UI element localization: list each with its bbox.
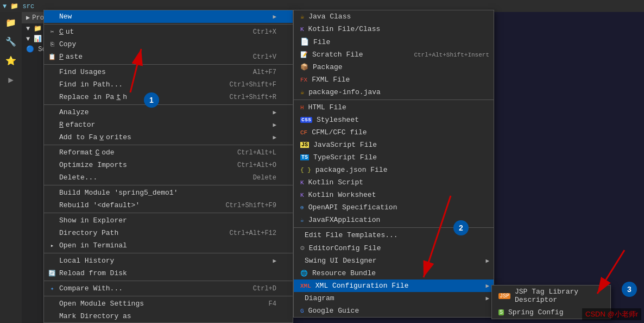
swing-label: Swing UI Designer xyxy=(305,257,377,265)
submenu-item-guice[interactable]: G Google Guice xyxy=(294,305,494,317)
separator-7 xyxy=(44,253,293,253)
submenu-item-json[interactable]: { } package.json File xyxy=(294,164,494,176)
menu-item-module-settings[interactable]: Open Module Settings F4 xyxy=(44,297,293,310)
json-icon: { } xyxy=(300,167,311,173)
menu-item-mark-directory[interactable]: Mark Directory as xyxy=(44,310,293,322)
annotation-3: 3 xyxy=(622,282,637,297)
cut-shortcut: Ctrl+X xyxy=(253,28,276,36)
submenu-item-scratch[interactable]: 📝 Scratch File Ctrl+Alt+Shift+Insert xyxy=(294,48,494,61)
local-history-label: Local History xyxy=(59,257,114,265)
submenu-item-resource-bundle[interactable]: 🌐 Resource Bundle xyxy=(294,267,494,279)
menu-item-find-in-path[interactable]: Find in Path... Ctrl+Shift+F xyxy=(44,78,293,91)
submenu-item-editorconfig[interactable]: ⚙ EditorConfig File xyxy=(294,241,494,254)
submenu-item-kotlin-script[interactable]: K Kotlin Script xyxy=(294,176,494,189)
module-settings-shortcut: F4 xyxy=(269,300,276,308)
show-explorer-label: Show in Explorer xyxy=(59,216,127,225)
submenu-item-java-class[interactable]: ☕ Java Class xyxy=(294,10,494,23)
package-info-icon: ☕ xyxy=(300,88,304,96)
submenu-new: ☕ Java Class K Kotlin File/Class 📄 File … xyxy=(293,10,494,318)
java-class-icon: ☕ xyxy=(300,13,304,21)
submenu-item-swing[interactable]: Swing UI Designer ▶ xyxy=(294,254,494,267)
find-usages-icon xyxy=(47,68,58,77)
rebuild-icon xyxy=(47,201,58,210)
submenu-item-xml[interactable]: XML XML Configuration File ▶ xyxy=(294,279,494,292)
submenu-item-openapi[interactable]: ⊕ OpenAPI Specification xyxy=(294,201,494,214)
menu-item-add-favorites[interactable]: Add to Favorites ▶ xyxy=(44,131,293,144)
kotlin-file-icon: K xyxy=(300,26,304,33)
find-usages-shortcut: Alt+F7 xyxy=(253,69,276,76)
submenu-item-cfml[interactable]: CF CFML/CFC file xyxy=(294,126,494,139)
submenu-item-jsp[interactable]: JSP JSP Tag Library Descriptor xyxy=(492,285,610,306)
menu-item-optimize[interactable]: Optimize Imports Ctrl+Alt+O xyxy=(44,159,293,171)
scratch-label: Scratch File xyxy=(312,51,363,59)
watermark: CSDN @小老师r xyxy=(582,308,641,320)
context-menu: New ▶ ✂ Cut Ctrl+X ⎘ Copy 📋 Paste Ctrl+V… xyxy=(43,10,293,323)
mark-directory-label: Mark Directory as xyxy=(59,312,131,320)
menu-item-open-terminal[interactable]: ▸ Open in Terminal xyxy=(44,239,293,252)
submenu-item-package-info[interactable]: ☕ package-info.java xyxy=(294,86,494,98)
guice-label: Google Guice xyxy=(308,307,359,315)
menu-item-replace-in-path[interactable]: Replace in Path Ctrl+Shift+R xyxy=(44,91,293,103)
separator-5 xyxy=(44,185,293,185)
directory-path-shortcut: Ctrl+Alt+F12 xyxy=(230,229,276,237)
kotlin-script-icon: K xyxy=(300,179,304,186)
reformat-label: Reformat Code xyxy=(59,148,115,157)
compare-icon: ✦ xyxy=(47,284,58,293)
paste-label: Paste xyxy=(59,53,83,61)
ts-label: TypeScript File xyxy=(313,153,377,162)
local-history-icon xyxy=(47,257,58,265)
menu-item-rebuild[interactable]: Rebuild '<default>' Ctrl+Shift+F9 xyxy=(44,199,293,212)
menu-item-paste[interactable]: 📋 Paste Ctrl+V xyxy=(44,51,293,63)
analyze-icon xyxy=(47,108,58,117)
submenu-item-file[interactable]: 📄 File xyxy=(294,35,494,48)
package-info-label: package-info.java xyxy=(308,88,381,96)
menu-item-show-explorer[interactable]: Show in Explorer xyxy=(44,214,293,227)
spring-config-icon: S xyxy=(498,309,504,315)
annotation-2: 2 xyxy=(453,220,469,235)
swing-arrow: ▶ xyxy=(485,257,489,264)
js-label: JavaScript File xyxy=(313,141,377,149)
submenu-item-stylesheet[interactable]: css Stylesheet xyxy=(294,114,494,126)
submenu-item-package[interactable]: 📦 Package xyxy=(294,61,494,73)
submenu-item-diagram[interactable]: Diagram ▶ xyxy=(294,292,494,305)
rebuild-label: Rebuild '<default>' xyxy=(59,201,140,209)
refactor-icon xyxy=(47,121,58,129)
sidebar-icon-run[interactable]: ▶ xyxy=(3,72,19,88)
menu-item-local-history[interactable]: Local History ▶ xyxy=(44,254,293,267)
menu-item-analyze[interactable]: Analyze ▶ xyxy=(44,106,293,119)
menu-item-delete[interactable]: Delete... Delete xyxy=(44,171,293,184)
menu-item-copy[interactable]: ⎘ Copy xyxy=(44,38,293,51)
submenu-item-fxml[interactable]: FX FXML File xyxy=(294,73,494,86)
submenu-item-kotlin-worksheet[interactable]: K Kotlin Worksheet xyxy=(294,189,494,201)
submenu-item-ts[interactable]: TS TypeScript File xyxy=(294,151,494,164)
new-icon xyxy=(47,13,58,21)
cut-label: Cut xyxy=(59,28,74,36)
menu-item-reformat[interactable]: Reformat Code Ctrl+Alt+L xyxy=(44,146,293,159)
sidebar-icon-structure[interactable]: 🔧 xyxy=(3,34,19,50)
menu-item-reload[interactable]: 🔄 Reload from Disk xyxy=(44,267,293,279)
menu-item-build[interactable]: Build Module 'spring5_demo1' xyxy=(44,187,293,199)
menu-item-directory-path[interactable]: Directory Path Ctrl+Alt+F12 xyxy=(44,227,293,239)
open-terminal-label: Open in Terminal xyxy=(59,241,127,250)
menu-item-refactor[interactable]: Refactor ▶ xyxy=(44,119,293,131)
submenu-item-kotlin-file[interactable]: K Kotlin File/Class xyxy=(294,23,494,35)
package-label: Package xyxy=(313,63,343,71)
menu-item-cut[interactable]: ✂ Cut Ctrl+X xyxy=(44,26,293,38)
new-label: New xyxy=(59,13,72,21)
guice-icon: G xyxy=(300,308,304,314)
resource-bundle-icon: 🌐 xyxy=(300,270,308,277)
sidebar-icon-favorites[interactable]: ⭐ xyxy=(3,53,19,69)
refactor-label: Refactor xyxy=(59,121,95,129)
menu-item-new[interactable]: New ▶ xyxy=(44,10,293,23)
submenu-item-html[interactable]: H HTML File xyxy=(294,101,494,114)
find-usages-label: Find Usages xyxy=(59,68,106,76)
submenu-item-js[interactable]: JS JavaScript File xyxy=(294,139,494,151)
menu-item-find-usages[interactable]: Find Usages Alt+F7 xyxy=(44,66,293,78)
paste-shortcut: Ctrl+V xyxy=(253,53,276,61)
menu-item-compare[interactable]: ✦ Compare With... Ctrl+D xyxy=(44,282,293,295)
sidebar-icon-project[interactable]: 📁 xyxy=(3,15,19,31)
fxml-icon: FX xyxy=(300,77,307,83)
separator-4 xyxy=(44,145,293,145)
compare-shortcut: Ctrl+D xyxy=(253,285,276,293)
replace-in-path-icon xyxy=(47,93,58,102)
